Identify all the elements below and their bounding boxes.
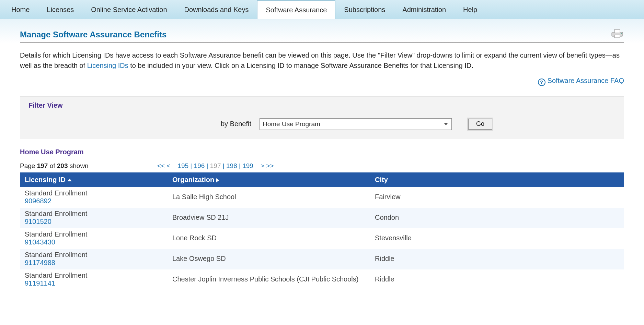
tab-subscriptions[interactable]: Subscriptions <box>335 0 394 19</box>
help-icon: ? <box>538 79 545 86</box>
pager-first[interactable]: << <box>157 162 165 169</box>
licensing-id-link[interactable]: 91043430 <box>25 238 163 246</box>
licensing-ids-link[interactable]: Licensing IDs <box>87 62 128 69</box>
tab-licenses[interactable]: Licenses <box>38 0 82 19</box>
pager-page-196[interactable]: 196 <box>194 162 205 169</box>
pager-last[interactable]: >> <box>266 162 274 169</box>
chevron-down-icon <box>444 123 448 125</box>
intro-text: Details for which Licensing IDs have acc… <box>20 50 624 71</box>
sort-asc-icon <box>68 179 72 181</box>
col-licensing-id[interactable]: Licensing ID <box>20 172 168 187</box>
table-row: Standard Enrollment91043430Lone Rock SDS… <box>20 228 624 249</box>
licensing-id-link[interactable]: 91191141 <box>25 279 163 287</box>
organization-cell: Lake Oswego SD <box>168 249 370 269</box>
svg-rect-2 <box>614 35 620 38</box>
licensing-id-link[interactable]: 9096892 <box>25 197 163 205</box>
benefit-select[interactable]: Home Use Program <box>260 118 452 130</box>
benefits-table: Licensing ID Organization City Standard … <box>20 172 624 290</box>
top-nav: HomeLicensesOnline Service ActivationDow… <box>0 0 644 19</box>
svg-rect-1 <box>614 29 620 33</box>
table-row: Standard Enrollment91191141Chester Jopli… <box>20 269 624 290</box>
tab-administration[interactable]: Administration <box>394 0 455 19</box>
licensing-type: Standard Enrollment <box>25 230 163 238</box>
page-title: Manage Software Assurance Benefits <box>20 30 166 39</box>
licensing-id-link[interactable]: 91174988 <box>25 259 163 267</box>
pager-page-197: 197 <box>210 162 221 169</box>
tab-online-service-activation[interactable]: Online Service Activation <box>82 0 175 19</box>
city-cell: Fairview <box>370 187 624 208</box>
col-city[interactable]: City <box>370 172 624 187</box>
pager-next[interactable]: > <box>261 162 264 169</box>
table-row: Standard Enrollment91174988Lake Oswego S… <box>20 249 624 269</box>
section-title: Home Use Program <box>20 148 624 156</box>
tab-software-assurance[interactable]: Software Assurance <box>257 0 335 19</box>
pager: Page 197 of 203 shown << < 195 | 196 | 1… <box>20 162 624 170</box>
print-icon[interactable] <box>610 29 624 40</box>
organization-cell: La Salle High School <box>168 187 370 208</box>
pager-page-195[interactable]: 195 <box>177 162 188 169</box>
licensing-type: Standard Enrollment <box>25 272 163 279</box>
organization-cell: Chester Joplin Inverness Public Schools … <box>168 269 370 290</box>
tab-home[interactable]: Home <box>3 0 38 19</box>
pager-prev[interactable]: < <box>166 162 170 169</box>
city-cell: Condon <box>370 208 624 228</box>
city-cell: Riddle <box>370 249 624 269</box>
pager-page-198[interactable]: 198 <box>226 162 237 169</box>
table-row: Standard Enrollment9096892La Salle High … <box>20 187 624 208</box>
licensing-type: Standard Enrollment <box>25 189 163 197</box>
pager-page-199[interactable]: 199 <box>242 162 253 169</box>
svg-point-3 <box>621 33 622 34</box>
benefit-select-value: Home Use Program <box>263 120 320 128</box>
organization-cell: Broadview SD 21J <box>168 208 370 228</box>
col-organization[interactable]: Organization <box>168 172 370 187</box>
filter-by-label: by Benefit <box>221 120 251 128</box>
filter-panel: Filter View by Benefit Home Use Program … <box>20 96 624 139</box>
licensing-id-link[interactable]: 9101520 <box>25 218 163 226</box>
go-button[interactable]: Go <box>468 119 492 130</box>
licensing-type: Standard Enrollment <box>25 251 163 259</box>
city-cell: Riddle <box>370 269 624 290</box>
tab-help[interactable]: Help <box>455 0 486 19</box>
licensing-type: Standard Enrollment <box>25 210 163 218</box>
sort-icon <box>216 178 219 182</box>
city-cell: Stevensville <box>370 228 624 249</box>
organization-cell: Lone Rock SD <box>168 228 370 249</box>
tab-downloads-and-keys[interactable]: Downloads and Keys <box>176 0 257 19</box>
filter-title: Filter View <box>28 101 616 109</box>
faq-link[interactable]: Software Assurance FAQ <box>548 77 624 84</box>
table-row: Standard Enrollment9101520Broadview SD 2… <box>20 208 624 228</box>
